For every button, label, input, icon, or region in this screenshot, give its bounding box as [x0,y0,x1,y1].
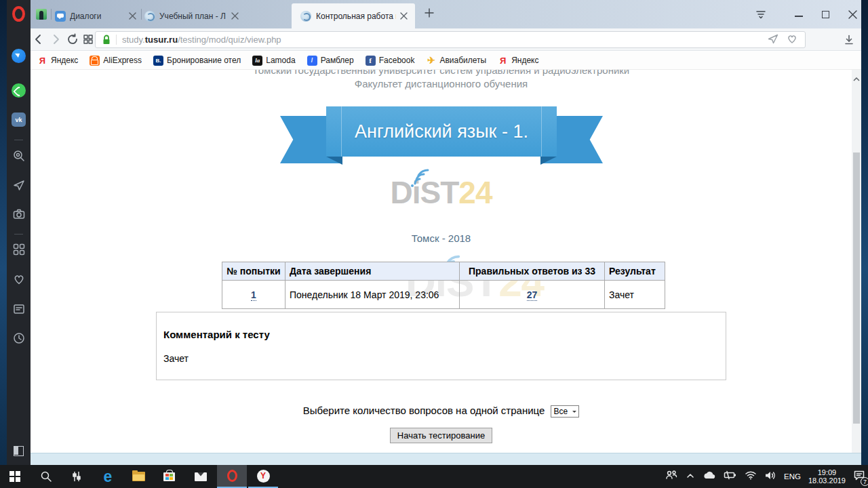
mail-icon [195,472,207,481]
scrollbar-thumb[interactable] [853,152,860,424]
snapshot-camera-icon[interactable] [7,207,31,221]
start-test-button[interactable]: Начать тестирование [390,428,492,443]
wifi-icon[interactable] [745,470,757,483]
history-clock-icon[interactable] [7,331,31,345]
show-hidden-icons-chevron[interactable] [686,470,695,483]
close-window-button[interactable] [848,10,857,19]
onedrive-cloud-icon[interactable] [703,470,716,483]
volume-icon[interactable] [764,470,776,483]
start-button[interactable] [0,465,30,488]
rambler-icon: / [307,56,317,66]
bookmark-booking[interactable]: B.Бронирование отел [153,56,241,66]
reload-icon[interactable] [66,33,79,48]
comment-body: Зачет [163,353,719,364]
browser-window: vk Диалоги [7,0,861,465]
clock[interactable]: 19:09 18.03.2019 [808,468,846,485]
new-tab-button[interactable] [424,7,435,21]
table-row: 1 Понедельник 18 Март 2019, 23:06 27 Зач… [222,281,665,309]
bookmark-yandex-2[interactable]: ЯЯндекс [498,56,538,66]
wifi-arcs-icon [407,162,433,193]
city-year: Томск - 2018 [31,232,852,244]
university-name: Томский государственный университет сист… [31,70,852,76]
downloads-icon[interactable] [843,34,855,49]
opera-icon [227,470,237,482]
yandex-browser-button[interactable]: Y [248,465,278,488]
bookmark-aliexpress[interactable]: AliExpress [90,56,142,66]
correct-answers-link[interactable]: 27 [527,289,538,301]
system-tray: ENG 19:09 18.03.2019 7 [665,465,865,488]
questions-per-page-select[interactable]: Все [551,405,580,418]
tab-close-icon[interactable] [400,12,408,20]
address-bar[interactable]: study.tusur.ru/testing/mod/quiz/view.php [95,31,806,48]
bookmark-yandex[interactable]: ЯЯндекс [37,56,78,66]
bookmark-facebook[interactable]: fFacebook [366,56,415,66]
opera-logo-icon [12,6,25,22]
tab-uchebny-plan[interactable]: Учебный план - Личный [144,3,227,28]
tab-dialogi[interactable]: Диалоги [54,3,139,28]
tab-menu-icon[interactable] [755,9,766,22]
opera-sidebar: vk [7,0,31,465]
page-scrollbar[interactable] [852,70,861,453]
windows-taskbar: e Y ENG 19:09 18 [0,465,868,488]
yandex-browser-icon: Y [257,470,270,483]
time: 19:09 [808,468,846,476]
action-center-icon[interactable]: 7 [853,470,865,483]
search-icon[interactable] [7,149,31,163]
course-ribbon: Английский язык - 1. [280,105,603,166]
tusur-favicon-icon [300,11,311,22]
my-flow-icon[interactable] [7,178,31,192]
microsoft-store-button[interactable] [154,465,184,488]
my-flow-send-icon[interactable] [767,33,779,47]
whatsapp-icon[interactable] [7,83,31,98]
aliexpress-icon [90,56,100,66]
navigation-toolbar: study.tusur.ru/testing/mod/quiz/view.php [31,28,861,51]
messenger-icon[interactable] [7,49,31,63]
speed-dial-icon[interactable] [7,243,31,256]
bookmark-heart-icon[interactable] [786,33,798,47]
vk-icon[interactable]: vk [7,113,31,127]
tab-title: Диалоги [70,12,101,21]
language-indicator[interactable]: ENG [784,472,801,481]
sidebar-setup-icon[interactable] [7,446,31,456]
forward-icon[interactable] [50,33,62,48]
secure-lock-icon[interactable] [101,34,112,45]
personal-news-icon[interactable] [7,302,31,316]
minimize-button[interactable] [794,10,803,19]
bookmarks-bar: ЯЯндекс AliExpress B.Бронирование отел l… [31,52,861,70]
battery-icon[interactable] [724,470,737,483]
sidebar-divider [14,234,23,235]
mail-button[interactable] [186,465,216,488]
file-explorer-button[interactable] [123,465,153,488]
task-view-button[interactable] [62,465,92,488]
bookmark-aviabilety[interactable]: ✈Авиабилеты [426,56,486,66]
edge-button[interactable]: e [93,465,123,488]
pinned-tab[interactable] [36,9,47,20]
tab-kontrolnaya-active[interactable]: Контрольная работа по д [292,3,415,28]
taskbar-search-button[interactable] [31,465,61,488]
bookmarks-heart-icon[interactable] [7,272,31,286]
bookmark-rambler[interactable]: /Рамблер [307,56,354,66]
page-content: Томский государственный университет сист… [31,70,852,453]
tab-close-icon[interactable] [231,10,239,22]
lamoda-icon: la [252,56,262,66]
opera-taskbar-button[interactable] [217,465,247,488]
airplane-icon: ✈ [426,56,436,66]
opera-menu-button[interactable] [7,6,31,22]
attempt-link[interactable]: 1 [251,289,256,301]
tab-title: Учебный план - Личный [159,12,226,21]
sidebar-divider [14,140,23,140]
scroll-up-icon[interactable] [853,73,860,85]
people-icon[interactable] [665,469,678,484]
windows-logo-icon [9,471,20,482]
maximize-button[interactable] [821,10,830,19]
tab-close-icon[interactable] [129,10,136,22]
back-icon[interactable] [33,33,45,48]
table-header-row: № попытки Дата завершения Правильных отв… [222,262,665,281]
yandex-icon: Я [37,56,47,66]
folder-icon [132,472,145,481]
bookmark-lamoda[interactable]: laLamoda [252,56,295,66]
speed-dial-tiles-icon[interactable] [82,33,94,48]
comment-box: Комментарий к тесту Зачет [156,312,726,380]
col-result: Результат [605,262,665,281]
col-correct-answers: Правильных ответов из 33 [460,262,605,281]
